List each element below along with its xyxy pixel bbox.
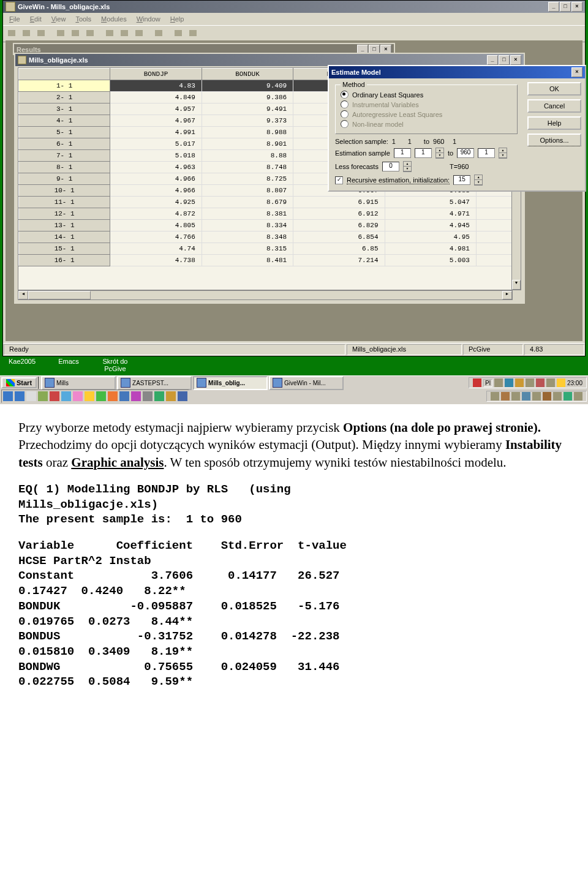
ql-icon[interactable] — [130, 391, 141, 402]
row-header[interactable]: 1- 1 — [19, 80, 110, 92]
tray-icon[interactable] — [505, 378, 513, 387]
table-row[interactable]: 11- 14.9258.6796.9155.047 — [19, 197, 512, 208]
row-header[interactable]: 10- 1 — [19, 185, 110, 197]
toolbar-cut-icon[interactable] — [55, 28, 68, 40]
start-button[interactable]: Start — [1, 377, 37, 388]
row-header[interactable]: 12- 1 — [19, 208, 110, 220]
menu-window[interactable]: Window — [133, 15, 164, 23]
ql-icon[interactable] — [142, 391, 153, 402]
tray-icon[interactable] — [546, 378, 555, 387]
cell[interactable]: 8.381 — [202, 208, 293, 220]
cell[interactable]: 4.83 — [110, 80, 202, 92]
cell[interactable]: 4.963 — [110, 162, 202, 173]
est-mid-spinner[interactable]: ▲▼ — [435, 148, 444, 159]
row-header[interactable]: 4- 1 — [19, 115, 110, 127]
toolbar-save-icon[interactable] — [20, 28, 34, 40]
data-min-button[interactable]: _ — [487, 55, 498, 65]
row-header[interactable]: 3- 1 — [19, 103, 110, 115]
cell[interactable]: 8.315 — [202, 243, 293, 255]
system-tray[interactable]: Pl 23:00 — [469, 377, 587, 388]
cell[interactable]: 4.957 — [110, 103, 202, 115]
cell[interactable]: 4.738 — [110, 255, 202, 266]
cell[interactable]: 4.966 — [110, 173, 202, 185]
cell[interactable]: 8.679 — [202, 197, 293, 208]
cell[interactable]: 4.95 — [385, 231, 476, 243]
cell[interactable]: 8.481 — [202, 255, 293, 266]
cell[interactable]: 4.981 — [385, 243, 476, 255]
toolbar-print-icon[interactable] — [35, 28, 48, 40]
hscrollbar[interactable]: ◄ ► — [18, 290, 513, 300]
tray-icon[interactable] — [515, 378, 524, 387]
toolbar-whatsthis-icon[interactable] — [187, 28, 200, 40]
ql-icon[interactable] — [177, 391, 188, 402]
cell[interactable]: 8.901 — [202, 138, 293, 150]
cell[interactable]: 5.047 — [385, 197, 476, 208]
row-header[interactable]: 7- 1 — [19, 150, 110, 162]
cell[interactable]: 9.386 — [202, 92, 293, 103]
est-to-input[interactable]: 960 — [457, 148, 474, 158]
cell[interactable] — [476, 220, 511, 231]
row-header[interactable]: 13- 1 — [19, 220, 110, 231]
row-header[interactable]: 9- 1 — [19, 173, 110, 185]
row-header[interactable]: 2- 1 — [19, 92, 110, 103]
table-row[interactable]: 14- 14.7668.3486.8544.95 — [19, 231, 512, 243]
tray2-icon[interactable] — [564, 392, 572, 401]
toolbar-copy-icon[interactable] — [69, 28, 83, 40]
cell[interactable] — [476, 197, 511, 208]
row-header[interactable]: 11- 1 — [19, 197, 110, 208]
col-header[interactable]: BONDJP — [110, 69, 202, 80]
help-button[interactable]: Help — [527, 116, 581, 130]
taskbar-task[interactable]: GiveWin - Mil... — [269, 376, 344, 390]
tray-icon[interactable] — [526, 378, 534, 387]
tray2-icon[interactable] — [543, 392, 551, 401]
cell[interactable]: 9.491 — [202, 103, 293, 115]
table-row[interactable]: 15- 14.748.3156.854.981 — [19, 243, 512, 255]
ql-icon[interactable] — [165, 391, 176, 402]
toolbar-help-icon[interactable] — [172, 28, 186, 40]
cell[interactable]: 4.766 — [110, 231, 202, 243]
ql-icon[interactable] — [37, 391, 48, 402]
cell[interactable]: 6.915 — [293, 197, 385, 208]
scroll-right-icon[interactable]: ► — [502, 291, 512, 299]
cell[interactable]: 9.409 — [202, 80, 293, 92]
row-header[interactable]: 6- 1 — [19, 138, 110, 150]
close-button[interactable]: × — [571, 2, 582, 12]
taskbar-task[interactable]: Mills_oblig... — [193, 376, 268, 390]
less-forecasts-input[interactable]: 0 — [382, 162, 399, 171]
cell[interactable]: 8.988 — [202, 127, 293, 138]
table-row[interactable]: 16- 14.7388.4817.2145.003 — [19, 255, 512, 266]
menu-modules[interactable]: Modules — [97, 15, 130, 23]
data-close-button[interactable]: × — [510, 55, 521, 65]
scroll-down-icon[interactable]: ▼ — [512, 280, 521, 290]
ql-icon[interactable] — [96, 391, 107, 402]
ok-button[interactable]: OK — [527, 82, 581, 96]
tray2-icon[interactable] — [532, 392, 541, 401]
ql-icon[interactable] — [154, 391, 165, 402]
cell[interactable]: 6.829 — [293, 220, 385, 231]
est-from-input[interactable]: 1 — [394, 148, 411, 158]
tray2-icon[interactable] — [522, 392, 530, 401]
est-end-input[interactable]: 1 — [478, 148, 495, 158]
method-radio[interactable]: Ordinary Least Squares — [341, 91, 512, 99]
row-header[interactable]: 16- 1 — [19, 255, 110, 266]
row-header[interactable]: 8- 1 — [19, 162, 110, 173]
cell[interactable]: 5.018 — [110, 150, 202, 162]
tray2-icon[interactable] — [491, 392, 499, 401]
est-end-spinner[interactable]: ▲▼ — [499, 148, 507, 159]
cell[interactable]: 4.991 — [110, 127, 202, 138]
tray-pl[interactable]: Pl — [483, 379, 492, 387]
cell[interactable]: 4.971 — [385, 208, 476, 220]
toolbar-module-icon[interactable] — [153, 28, 166, 40]
tray-icon[interactable] — [494, 378, 503, 387]
ql-icon[interactable] — [72, 391, 83, 402]
menu-view[interactable]: View — [48, 15, 70, 23]
cell[interactable]: 8.725 — [202, 173, 293, 185]
cell[interactable] — [476, 255, 511, 266]
cell[interactable]: 8.348 — [202, 231, 293, 243]
cell[interactable]: 5.017 — [110, 138, 202, 150]
less-spinner[interactable]: ▲▼ — [403, 161, 412, 172]
cell[interactable] — [476, 208, 511, 220]
cell[interactable]: 4.966 — [110, 185, 202, 197]
tray2-icon[interactable] — [574, 392, 582, 401]
est-mid-input[interactable]: 1 — [415, 148, 432, 158]
